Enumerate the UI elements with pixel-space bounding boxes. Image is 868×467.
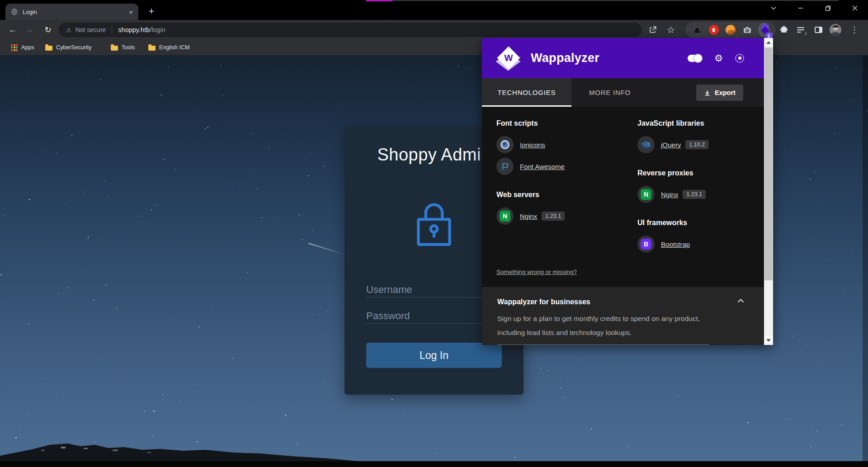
password-input[interactable] [366, 308, 502, 324]
category-reverse-proxies: Reverse proxies N Nginx 1.23.1 [637, 169, 760, 205]
tech-link-jquery[interactable]: jQuery [661, 141, 681, 149]
browser-menu-dots-icon[interactable]: ⋮ [848, 24, 861, 36]
not-secure-warning-icon: ⚠ [66, 27, 71, 33]
tech-row-font-awesome: Font Awesome [496, 156, 630, 177]
new-tab-button[interactable]: + [145, 5, 158, 18]
back-button[interactable]: ← [5, 23, 20, 37]
jquery-logo-icon [637, 136, 655, 153]
wappalyzer-logo-icon: W [497, 47, 521, 70]
category-heading: Web servers [496, 191, 630, 199]
business-heading: Wappalyzer for businesses [497, 298, 749, 306]
tech-link-bootstrap[interactable]: Bootstrap [661, 241, 690, 248]
category-ui-frameworks: UI frameworks B Bootstrap [637, 219, 760, 255]
wappalyzer-tabbar: TECHNOLOGIES MORE INFO Export [482, 78, 764, 107]
folder-icon [111, 46, 118, 51]
not-secure-label[interactable]: Not secure [75, 26, 106, 33]
media-controls-icon[interactable]: ♪ [795, 24, 807, 36]
window-restore-icon[interactable] [822, 2, 834, 14]
apps-grid-icon [11, 44, 18, 51]
tech-row-ionicons: Ionicons [496, 134, 630, 156]
address-bar[interactable]: ⚠ Not secure shoppy.htb /login [59, 23, 642, 37]
hat-extension-icon[interactable] [691, 24, 703, 36]
popup-scrollbar[interactable] [764, 38, 773, 345]
bookmark-star-icon[interactable]: ☆ [665, 24, 677, 36]
window-controls [768, 1, 865, 15]
window-close-icon[interactable] [849, 2, 861, 14]
globe-favicon-icon [11, 8, 18, 15]
share-icon[interactable] [646, 24, 659, 36]
wappalyzer-brand-title: Wappalyzer [531, 51, 599, 65]
forward-button[interactable]: → [22, 23, 36, 37]
bookmark-label: English ICM [159, 44, 189, 51]
tech-row-bootstrap: B Bootstrap [637, 233, 760, 255]
url-path: /login [150, 26, 165, 33]
username-input[interactable] [366, 282, 502, 297]
ionicons-logo-icon [496, 136, 514, 153]
feedback-link[interactable]: Something wrong or missing? [496, 269, 577, 275]
export-button[interactable]: Export [696, 85, 743, 101]
scrollbar-thumb[interactable] [764, 47, 773, 280]
side-panel-icon[interactable] [812, 24, 825, 36]
music-note-icon: ♪ [805, 30, 807, 36]
collapse-chevron-up-icon[interactable] [737, 299, 744, 303]
tech-row-nginx-proxy: N Nginx 1.23.1 [637, 184, 760, 205]
screen-artifact-magenta [366, 0, 392, 1]
bookmark-folder-tools[interactable]: Tools [111, 40, 135, 55]
enable-toggle[interactable] [688, 55, 702, 62]
bookmark-apps[interactable]: Apps [11, 40, 34, 55]
nginx-logo-icon: N [637, 186, 655, 203]
tab-more-info[interactable]: MORE INFO [571, 78, 648, 107]
profile-avatar[interactable] [829, 24, 842, 36]
scroll-down-button[interactable] [764, 336, 773, 345]
bookmark-label: Tools [122, 44, 135, 51]
theme-brightness-icon[interactable] [735, 54, 744, 63]
wappalyzer-extension-icon[interactable]: 5 [758, 24, 770, 36]
bottom-edge-strip [0, 461, 868, 467]
tech-link-ionicons[interactable]: Ionicons [520, 141, 545, 149]
login-button[interactable]: Log In [366, 343, 502, 368]
extensions-pill: 5 [685, 22, 776, 38]
tech-row-nginx: N Nginx 1.23.1 [496, 205, 630, 227]
window-menu-chevron-icon[interactable] [768, 2, 779, 14]
category-font-scripts: Font scripts Ionicons Font Awesome [496, 119, 630, 177]
omnibox-divider [112, 26, 112, 33]
version-badge: 1.23.1 [542, 212, 565, 221]
bookmark-folder-cybersecurity[interactable]: CyberSecurity [45, 40, 92, 55]
browser-tab-login[interactable]: Login × [5, 4, 138, 20]
settings-gear-icon[interactable]: ⚙ [714, 53, 723, 64]
version-badge: 1.23.1 [683, 190, 706, 199]
window-edge-strip [863, 55, 868, 461]
tech-row-jquery: jQuery 1.10.2 [637, 134, 760, 156]
screenshot-camera-icon[interactable] [741, 24, 753, 36]
tech-link-nginx[interactable]: Nginx [520, 212, 537, 220]
tab-close-icon[interactable]: × [129, 9, 133, 15]
bootstrap-logo-icon: B [637, 236, 655, 253]
technologies-panel: Font scripts Ionicons Font Awesome [482, 107, 764, 287]
category-heading: JavaScript libraries [637, 119, 760, 127]
bookmark-label: CyberSecurity [56, 44, 92, 51]
category-heading: Font scripts [496, 119, 630, 127]
browser-window: Login × + ← → ↻ ⚠ Not secure [0, 0, 868, 467]
category-web-servers: Web servers N Nginx 1.23.1 [496, 191, 630, 227]
url-host: shoppy.htb [118, 26, 150, 33]
version-badge: 1.10.2 [685, 140, 708, 149]
download-icon [704, 90, 711, 96]
business-promo-section: Wappalyzer for businesses Sign up for a … [482, 287, 764, 345]
foxyproxy-icon[interactable] [725, 24, 736, 36]
tab-technologies[interactable]: TECHNOLOGIES [482, 78, 571, 107]
font-awesome-flag-icon [496, 158, 514, 175]
tab-title: Login [23, 9, 129, 15]
adblock-stop-hand-icon[interactable] [708, 24, 720, 36]
scroll-up-button[interactable] [764, 38, 773, 47]
tech-link-font-awesome[interactable]: Font Awesome [520, 163, 565, 170]
bookmark-folder-english-icm[interactable]: English ICM [148, 40, 189, 55]
window-minimize-icon[interactable] [795, 2, 807, 14]
wappalyzer-header: W Wappalyzer ⚙ [482, 38, 764, 78]
category-heading: Reverse proxies [637, 169, 760, 177]
tech-link-nginx-proxy[interactable]: Nginx [661, 191, 678, 198]
refresh-button[interactable]: ↻ [41, 23, 55, 37]
shooting-star [308, 243, 347, 255]
tab-strip: Login × + [0, 0, 868, 20]
nginx-logo-icon: N [496, 208, 514, 225]
extensions-puzzle-icon[interactable] [778, 24, 790, 36]
